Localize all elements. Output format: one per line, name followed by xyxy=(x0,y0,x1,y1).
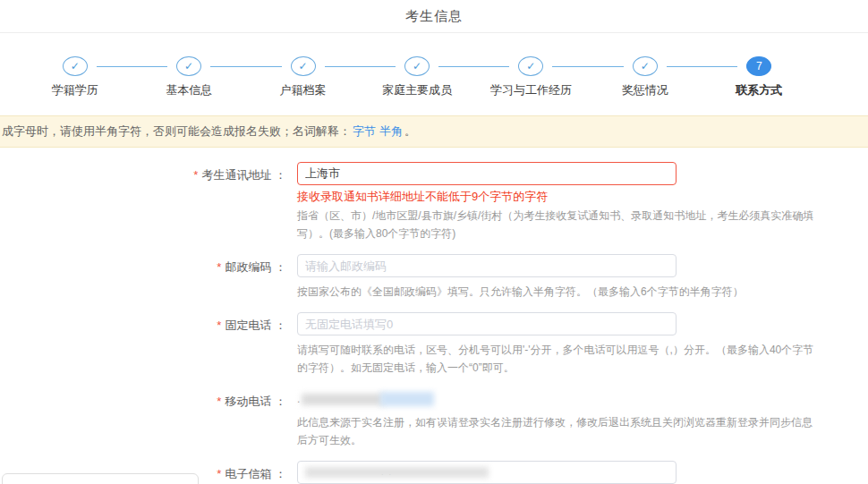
redaction-blur-blue xyxy=(380,392,434,406)
step-done-circle: ✓ xyxy=(633,56,658,76)
step-lianxi-fangshi-active[interactable]: 7 联系方式 xyxy=(702,56,816,98)
address-error-text: 接收录取通知书详细地址不能低于9个字节的字符 xyxy=(297,189,834,205)
step-label: 学籍学历 xyxy=(52,82,98,98)
required-mark: * xyxy=(193,168,198,182)
step-wizard: ✓ 学籍学历 ✓ 基本信息 ✓ 户籍档案 ✓ 家庭主要成员 ✓ 学习与工作经历 … xyxy=(18,56,816,98)
postcode-label: *邮政编码 ： xyxy=(0,254,297,301)
step-done-circle: ✓ xyxy=(63,56,88,76)
step-label: 学习与工作经历 xyxy=(490,82,572,98)
step-number: 7 xyxy=(756,60,762,72)
halfwidth-notice-bar: 成字母时，请使用半角字符，否则可能会造成报名失败；名词解释：字节半角。 xyxy=(0,115,868,148)
check-icon: ✓ xyxy=(299,60,308,72)
mobile-label: *移动电话 ： xyxy=(0,388,297,449)
field-row-landline: *固定电话 ： 请填写可随时联系的电话，区号、分机号可以用'-'分开，多个电话可… xyxy=(0,312,868,377)
field-row-postcode: *邮政编码 ： 按国家公布的《全国邮政编码》填写。只允许输入半角字符。（最多输入… xyxy=(0,254,868,301)
step-jiating-chengyuan[interactable]: ✓ 家庭主要成员 xyxy=(360,56,473,98)
check-icon: ✓ xyxy=(526,60,535,72)
notice-text: 成字母时，请使用半角字符，否则可能会造成报名失败；名词解释： xyxy=(2,124,351,138)
field-row-mobile: *移动电话 ： . 此信息来源于实名注册，如有误请登录实名注册进行修改，修改后退… xyxy=(0,388,868,449)
check-icon: ✓ xyxy=(641,60,650,72)
address-label: *考生通讯地址 ： xyxy=(0,162,297,242)
step-xuexi-gongzuo[interactable]: ✓ 学习与工作经历 xyxy=(474,56,588,98)
halfwidth-definition-link[interactable]: 半角 xyxy=(379,124,403,138)
step-label: 基本信息 xyxy=(166,82,212,98)
contact-info-form: *考生通讯地址 ： 接收录取通知书详细地址不能低于9个字节的字符 指省（区、市）… xyxy=(0,162,868,484)
landline-hint: 请填写可随时联系的电话，区号、分机号可以用'-'分开，多个电话可以用逗号（,）分… xyxy=(297,341,814,377)
step-xueji-xueli[interactable]: ✓ 学籍学历 xyxy=(18,56,132,98)
address-hint: 指省（区、市）/地市区盟/县市旗/乡镇/街村（为考生接收复试通知书、录取通知书地… xyxy=(297,207,814,242)
notice-suffix: 。 xyxy=(404,124,416,138)
page-title: 考生信息 xyxy=(405,8,463,25)
step-done-circle: ✓ xyxy=(291,56,316,76)
check-icon: ✓ xyxy=(184,60,193,72)
mobile-phone-redacted-value: . xyxy=(297,390,834,408)
byte-definition-link[interactable]: 字节 xyxy=(353,124,376,138)
redaction-blur-gray xyxy=(302,394,384,405)
step-jiangcheng-qingkuang[interactable]: ✓ 奖惩情况 xyxy=(588,56,702,98)
step-done-circle: ✓ xyxy=(518,56,543,76)
email-input[interactable]: .. xyxy=(297,461,677,484)
field-row-address: *考生通讯地址 ： 接收录取通知书详细地址不能低于9个字节的字符 指省（区、市）… xyxy=(0,162,868,242)
step-label: 联系方式 xyxy=(736,82,782,98)
mobile-hint: 此信息来源于实名注册，如有误请登录实名注册进行修改，修改后退出系统且关闭浏览器重… xyxy=(297,413,814,449)
step-label: 家庭主要成员 xyxy=(382,82,452,98)
check-icon: ✓ xyxy=(71,60,80,72)
landline-label: *固定电话 ： xyxy=(0,312,297,377)
step-label: 户籍档案 xyxy=(280,82,327,98)
email-redacted-value xyxy=(305,467,489,478)
step-done-circle: ✓ xyxy=(404,56,430,76)
step-label: 奖惩情况 xyxy=(622,82,668,98)
postcode-hint: 按国家公布的《全国邮政编码》填写。只允许输入半角字符。（最多输入6个字节的半角字… xyxy=(297,283,814,301)
required-mark: * xyxy=(217,467,221,480)
step-active-circle: 7 xyxy=(746,56,771,76)
check-icon: ✓ xyxy=(413,60,421,72)
partial-popup-box xyxy=(2,473,199,484)
required-mark: * xyxy=(217,260,221,274)
postcode-input[interactable] xyxy=(297,254,677,277)
step-done-circle: ✓ xyxy=(176,56,201,76)
address-input[interactable] xyxy=(297,162,677,185)
step-jiben-xinxi[interactable]: ✓ 基本信息 xyxy=(132,56,245,98)
required-mark: * xyxy=(217,318,221,332)
landline-input[interactable] xyxy=(297,312,677,335)
required-mark: * xyxy=(217,395,221,408)
page-header: 考生信息 xyxy=(0,0,868,33)
step-huji-dangan[interactable]: ✓ 户籍档案 xyxy=(246,56,360,98)
redact-prefix: . xyxy=(297,393,300,405)
